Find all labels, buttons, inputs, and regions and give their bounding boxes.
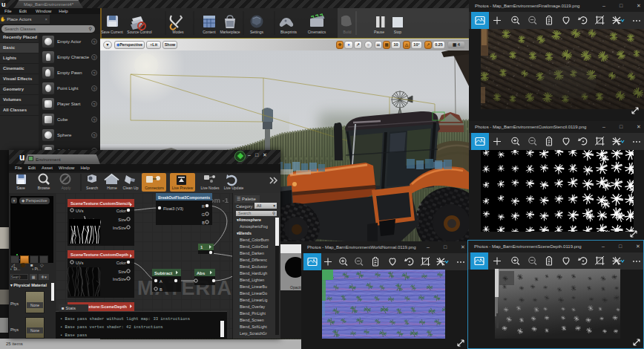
svg-text:B: B xyxy=(202,221,205,225)
svg-text:Subtract: Subtract xyxy=(154,271,172,275)
svg-text:InvSize: InvSize xyxy=(113,277,126,281)
svg-text:B: B xyxy=(160,287,162,292)
svg-text:Color: Color xyxy=(116,209,126,213)
svg-text:Float3 (V3): Float3 (V3) xyxy=(163,206,183,211)
svg-text:A: A xyxy=(160,279,162,284)
svg-text:Abs: Abs xyxy=(197,271,206,275)
svg-text:UVs: UVs xyxy=(76,209,84,213)
svg-text:Size: Size xyxy=(118,270,126,274)
svg-text:SceneTexture:CustomStencil: SceneTexture:CustomStencil xyxy=(70,201,130,206)
svg-text:G: G xyxy=(202,212,205,217)
svg-text:R: R xyxy=(202,204,205,209)
svg-text:BreakOutFloat3Components: BreakOutFloat3Components xyxy=(158,195,211,200)
svg-text:Size: Size xyxy=(118,218,126,222)
svg-text:SceneTexture:CustomDepth: SceneTexture:CustomDepth xyxy=(70,252,128,257)
svg-text:InvSize: InvSize xyxy=(113,226,126,230)
svg-text:Color: Color xyxy=(116,261,126,265)
